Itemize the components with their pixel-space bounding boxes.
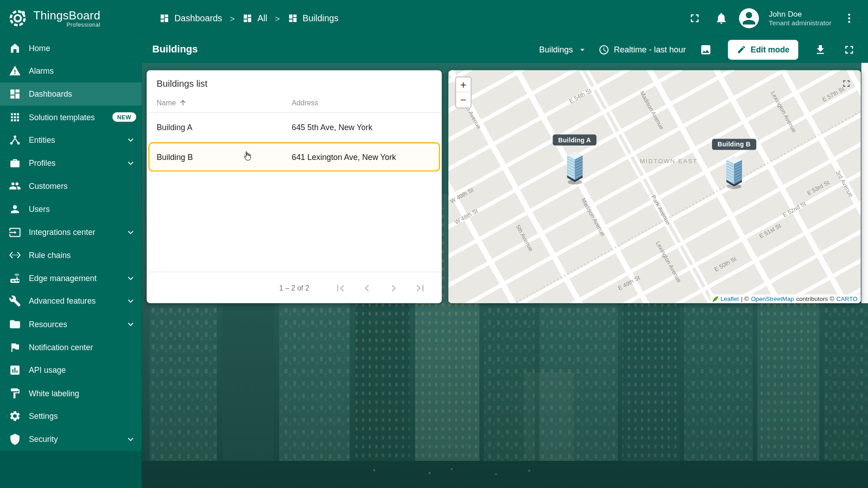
map-canvas[interactable] [448, 70, 861, 304]
sidebar-item-rule-chains[interactable]: Rule chains [0, 244, 142, 267]
zoom-out-button[interactable]: − [456, 92, 471, 107]
map-marker-building-b[interactable]: Building B [712, 139, 756, 192]
sidebar-item-white-labeling[interactable]: White labeling [0, 382, 142, 405]
sidebar-item-label: Customers [29, 182, 137, 191]
sidebar-item-label: White labeling [29, 389, 137, 398]
dashboard-state-select[interactable]: Buildings [537, 38, 590, 61]
map-attribution: Leaflet | © OpenStreetMap contributors ©… [710, 294, 861, 303]
carto-link[interactable]: CARTO [836, 296, 858, 302]
sidebar-item-advanced-features[interactable]: Advanced features [0, 290, 142, 313]
breadcrumb-separator: > [275, 14, 280, 23]
pencil-icon [737, 45, 746, 54]
table-row-building-a[interactable]: Building A 645 5th Ave, New York [146, 113, 442, 142]
sidebar-item-entities[interactable]: Entities [0, 129, 142, 152]
app-window: ThingsBoard Professional HomeAlarmsDashb… [0, 0, 868, 488]
marker-label: Building A [553, 135, 597, 145]
sidebar-item-resources[interactable]: Resources [0, 313, 142, 336]
sidebar-item-label: Profiles [29, 159, 125, 168]
sidebar-item-label: Entities [29, 136, 125, 145]
sidebar: ThingsBoard Professional HomeAlarmsDashb… [0, 0, 142, 488]
sidebar-item-dashboards[interactable]: Dashboards [0, 83, 142, 106]
entities-icon [9, 134, 21, 146]
background-image-button[interactable] [695, 38, 717, 61]
integrations-icon [9, 226, 21, 238]
dashboard-scrollbar[interactable] [861, 62, 868, 303]
first-page-button[interactable] [334, 282, 347, 295]
sidebar-item-notification-center[interactable]: Notification center [0, 336, 142, 359]
users-icon [9, 203, 21, 215]
sidebar-item-label: Home [29, 43, 137, 52]
cell-name: Building B [157, 152, 292, 161]
chevron-down-icon [125, 319, 136, 329]
sidebar-item-alarms[interactable]: Alarms [0, 60, 142, 83]
last-page-icon [414, 282, 427, 295]
sidebar-item-api-usage[interactable]: API usage [0, 359, 142, 382]
sidebar-item-customers[interactable]: Customers [0, 174, 142, 197]
osm-link[interactable]: OpenStreetMap [751, 296, 794, 302]
next-page-button[interactable] [387, 282, 400, 295]
rulechains-icon [9, 249, 21, 261]
person-icon [740, 9, 759, 28]
fullscreen-icon [688, 12, 701, 25]
alarm-icon [9, 65, 21, 77]
sidebar-item-label: Notification center [29, 343, 137, 352]
attribution-text: | © [741, 296, 749, 302]
sidebar-item-label: Integrations center [29, 228, 125, 237]
edit-mode-button[interactable]: Edit mode [728, 40, 798, 60]
last-page-button[interactable] [414, 282, 427, 295]
kebab-menu-icon [843, 12, 855, 24]
map-fullscreen-button[interactable] [841, 78, 852, 91]
dashboards-icon [9, 88, 21, 100]
export-dashboard-button[interactable] [809, 38, 831, 61]
cell-name: Building A [157, 123, 292, 132]
sidebar-item-edge-management[interactable]: Edge management [0, 267, 142, 290]
sidebar-item-label: Rule chains [29, 251, 137, 260]
header-fullscreen-button[interactable] [684, 7, 706, 29]
advanced-icon [9, 295, 21, 307]
leaflet-link[interactable]: Leaflet [721, 296, 739, 302]
user-info[interactable]: John Doe Tenant administrator [769, 9, 831, 28]
zoom-in-button[interactable]: + [456, 77, 471, 92]
chevron-down-icon [125, 158, 136, 169]
previous-page-button[interactable] [360, 282, 373, 295]
column-header-name[interactable]: Name [157, 99, 292, 107]
apps-icon [9, 111, 21, 123]
breadcrumb-buildings[interactable]: Buildings [288, 13, 339, 23]
user-role: Tenant administrator [769, 19, 831, 28]
map-widget: E 57th StE 54th StE 53rd StE 52nd StE 51… [448, 70, 861, 304]
timewindow-button[interactable]: Realtime - last hour [596, 38, 688, 61]
chevron-down-icon [125, 135, 136, 145]
sidebar-item-label: Resources [29, 320, 125, 329]
fullscreen-icon [841, 78, 852, 89]
column-header-address[interactable]: Address [292, 99, 442, 107]
sort-asc-icon [179, 99, 187, 107]
sidebar-item-users[interactable]: Users [0, 197, 142, 221]
sidebar-item-solution-templates[interactable]: Solution templatesNEW [0, 106, 142, 129]
bell-icon [714, 12, 727, 25]
more-menu-button[interactable] [838, 7, 860, 29]
breadcrumb-all[interactable]: All [242, 13, 267, 23]
header-actions: John Doe Tenant administrator [684, 7, 860, 29]
top-header: Dashboards > All > Buildings [142, 0, 868, 37]
image-icon [700, 43, 712, 56]
sidebar-item-settings[interactable]: Settings [0, 405, 142, 428]
buildings-list-widget: Buildings list Name Address Building A 6… [146, 70, 442, 304]
building-3d-icon [564, 150, 586, 188]
sidebar-item-integrations-center[interactable]: Integrations center [0, 221, 142, 244]
toolbar-fullscreen-button[interactable] [838, 38, 860, 61]
table-row-building-b[interactable]: Building B 641 Lexington Ave, New York [148, 142, 440, 172]
user-avatar[interactable] [739, 8, 759, 28]
sidebar-item-profiles[interactable]: Profiles [0, 151, 142, 174]
notifications-button[interactable] [710, 7, 732, 29]
breadcrumb-dashboards[interactable]: Dashboards [160, 13, 222, 23]
app-logo[interactable]: ThingsBoard Professional [0, 0, 142, 37]
map-marker-building-a[interactable]: Building A [553, 135, 597, 188]
sidebar-item-label: Alarms [29, 66, 137, 75]
sidebar-item-home[interactable]: Home [0, 37, 142, 60]
chevron-down-icon [125, 434, 136, 445]
cell-address: 641 Lexington Ave, New York [292, 152, 439, 161]
sidebar-item-security[interactable]: Security [0, 428, 142, 451]
dashboards-icon [288, 13, 297, 23]
caret-down-icon [577, 45, 587, 55]
dashboard-title: Buildings [152, 44, 198, 56]
